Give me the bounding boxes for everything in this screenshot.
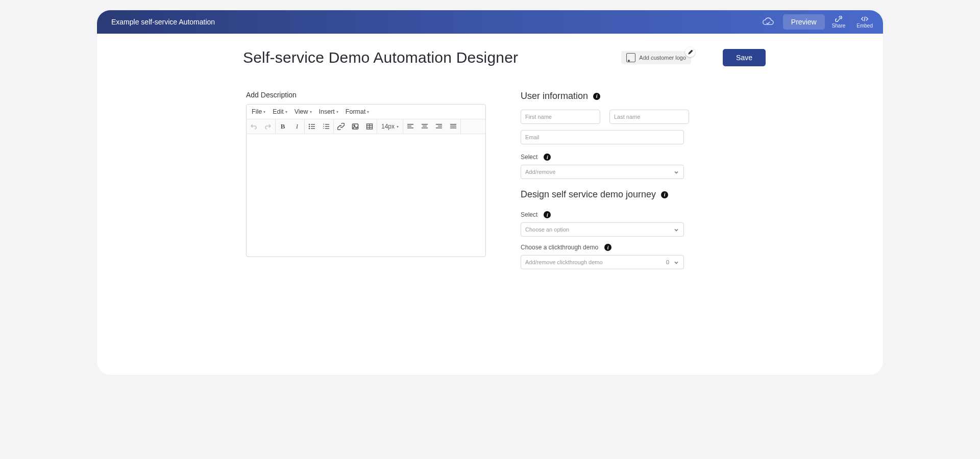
cloud-sync-icon <box>762 17 775 27</box>
svg-rect-19 <box>407 126 411 127</box>
clickthrough-label: Choose a clickthrough demo i <box>521 244 611 251</box>
clickthrough-demo-select[interactable]: Add/remove clickthrough demo 0 <box>521 255 684 269</box>
numbered-list-button[interactable] <box>319 119 333 134</box>
left-column: Add Description File▾ Edit▾ View▾ Insert… <box>246 91 486 279</box>
svg-rect-27 <box>450 124 456 125</box>
svg-point-4 <box>309 128 310 129</box>
user-information-heading: User information i <box>521 91 600 101</box>
editor-textarea[interactable] <box>247 134 485 257</box>
editor-toolbar: B I 14px▾ <box>247 119 485 134</box>
add-customer-logo-button[interactable]: Add customer logo <box>621 51 691 64</box>
design-journey-block: Design self service demo journey i Selec… <box>521 189 684 269</box>
select-label-2: Select i <box>521 211 551 218</box>
align-justify-button[interactable] <box>446 119 460 134</box>
link-button[interactable] <box>334 119 348 134</box>
clickthrough-count: 0 <box>666 259 669 265</box>
svg-point-13 <box>354 125 355 126</box>
font-size-select[interactable]: 14px▾ <box>377 119 403 134</box>
embed-button[interactable]: Embed <box>852 14 877 30</box>
info-icon[interactable]: i <box>604 244 611 251</box>
align-right-button[interactable] <box>432 119 446 134</box>
two-column-layout: Add Description File▾ Edit▾ View▾ Insert… <box>128 91 852 279</box>
svg-rect-8 <box>325 128 329 129</box>
info-icon[interactable]: i <box>593 93 600 100</box>
svg-rect-9 <box>323 124 324 124</box>
chevron-down-icon <box>673 226 679 233</box>
page-breadcrumb-title: Example self-service Automation <box>111 18 762 26</box>
image-icon <box>626 53 635 62</box>
svg-rect-23 <box>422 128 428 129</box>
bottom-band <box>180 332 804 375</box>
menu-file[interactable]: File▾ <box>252 108 265 115</box>
svg-rect-3 <box>311 126 315 126</box>
description-label: Add Description <box>246 91 486 99</box>
svg-point-0 <box>309 124 310 125</box>
menu-insert[interactable]: Insert▾ <box>319 108 338 115</box>
topbar: Example self-service Automation Preview … <box>97 10 883 34</box>
content-area: Self-service Demo Automation Designer Ad… <box>97 34 883 294</box>
svg-rect-28 <box>450 126 456 127</box>
svg-rect-29 <box>450 128 456 129</box>
page-title: Self-service Demo Automation Designer <box>243 49 518 66</box>
svg-rect-20 <box>407 128 413 129</box>
design-journey-heading: Design self service demo journey i <box>521 189 668 200</box>
svg-rect-10 <box>323 126 324 126</box>
redo-button[interactable] <box>261 119 275 134</box>
user-information-block: User information i Select i <box>521 91 684 179</box>
email-input[interactable] <box>521 130 684 144</box>
choose-option-select[interactable]: Choose an option <box>521 222 684 237</box>
svg-rect-1 <box>311 124 315 124</box>
select-label-1: Select i <box>521 154 551 161</box>
svg-rect-25 <box>438 126 442 127</box>
share-button[interactable]: Share <box>828 14 850 30</box>
add-remove-select[interactable]: Add/remove <box>521 165 684 179</box>
info-icon[interactable]: i <box>661 191 668 198</box>
menu-view[interactable]: View▾ <box>295 108 312 115</box>
svg-rect-22 <box>423 126 427 127</box>
save-button[interactable]: Save <box>723 49 766 66</box>
table-insert-button[interactable] <box>362 119 377 134</box>
svg-rect-21 <box>422 124 428 125</box>
info-icon[interactable]: i <box>544 154 551 161</box>
svg-rect-5 <box>311 128 315 129</box>
share-label: Share <box>832 23 846 29</box>
topbar-actions: Preview Share Embed <box>762 14 877 30</box>
svg-rect-6 <box>325 124 329 124</box>
chevron-down-icon <box>673 259 679 265</box>
svg-rect-11 <box>323 128 324 129</box>
svg-rect-24 <box>436 124 442 125</box>
align-left-button[interactable] <box>403 119 418 134</box>
last-name-input[interactable] <box>609 110 689 124</box>
undo-button[interactable] <box>247 119 261 134</box>
first-name-input[interactable] <box>521 110 600 124</box>
bold-button[interactable]: B <box>276 119 290 134</box>
chevron-down-icon <box>673 169 679 175</box>
image-insert-button[interactable] <box>348 119 362 134</box>
menu-format[interactable]: Format▾ <box>346 108 370 115</box>
svg-rect-18 <box>407 124 413 125</box>
svg-rect-26 <box>436 128 442 129</box>
italic-button[interactable]: I <box>290 119 304 134</box>
embed-label: Embed <box>856 23 873 29</box>
preview-button[interactable]: Preview <box>783 14 825 30</box>
rich-text-editor: File▾ Edit▾ View▾ Insert▾ Format▾ B <box>246 104 486 257</box>
align-center-button[interactable] <box>418 119 432 134</box>
editor-menubar: File▾ Edit▾ View▾ Insert▾ Format▾ <box>247 105 485 119</box>
svg-rect-7 <box>325 126 329 126</box>
menu-edit[interactable]: Edit▾ <box>273 108 287 115</box>
info-icon[interactable]: i <box>544 211 551 218</box>
svg-point-2 <box>309 126 310 127</box>
header-row: Self-service Demo Automation Designer Ad… <box>128 49 852 66</box>
edit-pencil-icon <box>685 47 695 57</box>
bullet-list-button[interactable] <box>305 119 319 134</box>
add-customer-logo-label: Add customer logo <box>639 55 686 61</box>
right-column: User information i Select i <box>521 91 684 279</box>
app-frame: Example self-service Automation Preview … <box>97 10 883 375</box>
